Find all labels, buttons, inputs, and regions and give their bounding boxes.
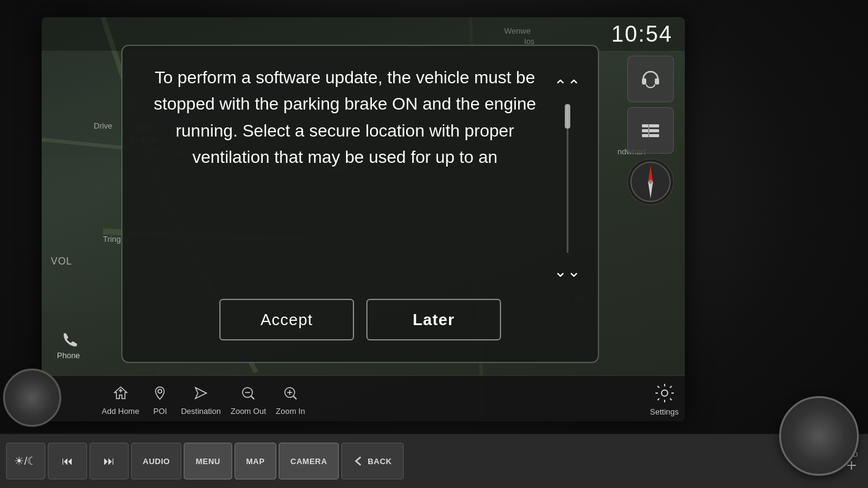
svg-rect-7 [642,124,659,127]
infotainment-screen: Drive Dan End La Tring H Wenwe los ndwha… [42,17,685,421]
headset-button[interactable] [627,56,674,102]
zoom-in-icon [282,385,299,402]
brightness-button[interactable]: ☀/☾ [6,443,45,479]
time-display: 10:54 [611,21,673,47]
scroll-thumb [565,104,570,129]
scroll-down-chevron: ⌄⌄ [554,263,581,279]
phone-area: Phone [57,331,80,360]
list-icon [640,119,662,141]
scroll-track [567,104,568,253]
scroll-down-button[interactable]: ⌄⌄ [555,256,579,287]
svg-rect-5 [642,78,646,84]
settings-icon [653,381,676,405]
rewind-button[interactable]: ⏮ [48,443,87,479]
compass-icon [629,160,672,203]
menu-list-button[interactable] [627,107,674,154]
fast-forward-icon: ⏭ [104,455,115,468]
poi-label: POI [153,407,167,416]
accept-button[interactable]: Accept [219,299,354,340]
svg-marker-18 [195,388,206,399]
poi-button[interactable]: POI [144,382,176,416]
svg-line-21 [251,396,254,399]
brightness-icon: ☀/☾ [14,454,37,468]
zoom-in-label: Zoom In [276,407,305,416]
svg-rect-10 [648,124,649,137]
right-volume-knob[interactable] [779,396,859,476]
dialog-message: To perform a software update, the vehicl… [141,64,549,293]
add-home-button[interactable]: Add Home [97,382,144,416]
back-label: BACK [368,457,392,466]
svg-rect-6 [655,78,659,84]
dialog-buttons: Accept Later [219,299,501,340]
rewind-icon: ⏮ [62,455,73,468]
audio-button[interactable]: AUDIO [131,443,181,479]
later-button[interactable]: Later [366,299,501,340]
svg-rect-8 [642,129,659,132]
map-label-drive: Drive [94,121,112,130]
compass-button[interactable] [627,159,674,205]
software-update-dialog: To perform a software update, the vehicl… [121,45,599,363]
svg-line-25 [293,396,296,399]
destination-button[interactable]: Destination [176,382,225,416]
map-label: MAP [246,457,265,466]
right-sidebar [625,51,680,210]
camera-label: CAMERA [290,457,327,466]
zoom-out-label: Zoom Out [230,407,266,416]
physical-button-bar: ☀/☾ ⏮ ⏭ AUDIO MENU MAP CAMERA BACK PUSH … [0,433,868,488]
map-button[interactable]: MAP [235,443,276,479]
phone-icon [60,331,77,348]
fast-forward-button[interactable]: ⏭ [89,443,129,479]
dialog-scroll-area: To perform a software update, the vehicl… [141,64,579,293]
screen-bottom-bar: Add Home POI Destination [42,375,685,421]
back-icon [353,456,364,467]
scroll-up-chevron: ⌃⌃ [554,78,581,94]
camera-button[interactable]: CAMERA [279,443,339,479]
back-button[interactable]: BACK [341,443,404,479]
menu-button[interactable]: MENU [184,443,232,479]
poi-icon [151,385,168,402]
destination-icon [192,385,209,402]
svg-point-17 [158,389,162,393]
destination-label: Destination [181,407,221,416]
scroll-up-button[interactable]: ⌃⌃ [555,70,579,101]
menu-label: MENU [195,457,220,466]
add-home-icon [112,385,129,402]
headset-icon [640,68,662,90]
phone-label: Phone [57,351,80,360]
add-home-label: Add Home [102,407,139,416]
settings-label: Settings [650,407,679,416]
svg-rect-9 [642,134,659,137]
left-volume-knob[interactable] [3,369,61,427]
zoom-in-button[interactable]: Zoom In [271,382,310,416]
vol-label: VOL [51,256,72,267]
zoom-out-button[interactable]: Zoom Out [225,382,271,416]
audio-label: AUDIO [143,457,170,466]
zoom-out-icon [240,385,257,402]
settings-button[interactable]: Settings [650,381,679,416]
svg-point-26 [662,390,668,396]
dialog-scrollbar: ⌃⌃ ⌄⌄ [555,64,579,293]
